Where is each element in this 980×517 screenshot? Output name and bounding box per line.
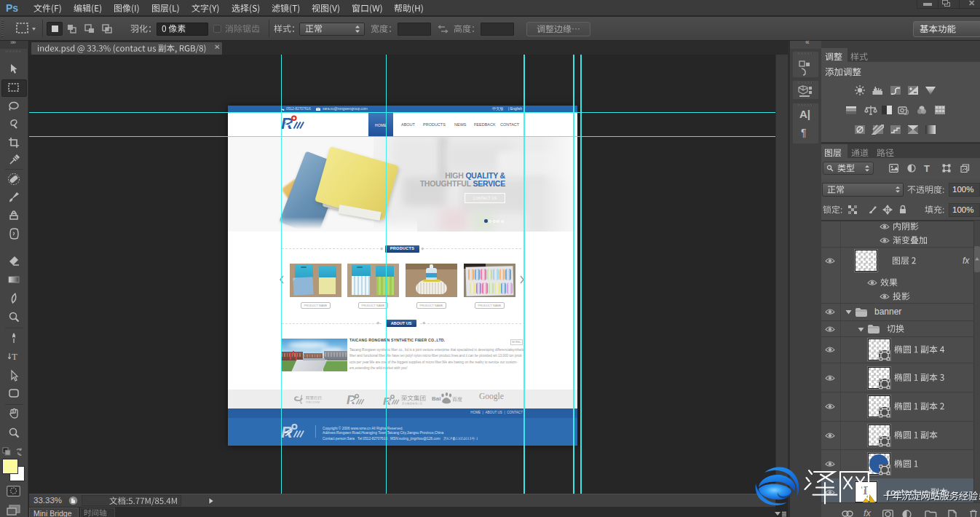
svg-text:T: T (12, 351, 17, 362)
